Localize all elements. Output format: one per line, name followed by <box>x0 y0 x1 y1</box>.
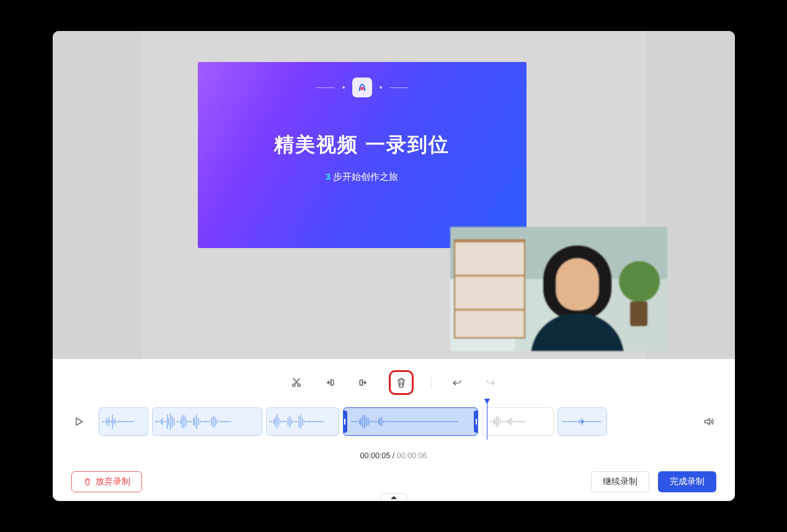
preview-area: 精美视频 一录到位 3步开始创作之旅 <box>53 31 735 359</box>
svg-rect-4 <box>360 380 362 385</box>
continue-label: 继续录制 <box>603 476 638 487</box>
volume-button[interactable] <box>701 414 716 429</box>
clip[interactable] <box>558 407 607 436</box>
footer-actions: 放弃录制 继续录制 完成录制 <box>71 471 716 492</box>
slide-step-number: 3 <box>326 171 331 182</box>
slide-logo-row <box>198 78 527 97</box>
trim-end-button[interactable] <box>355 375 371 391</box>
panel-drag-handle[interactable] <box>380 493 407 501</box>
undo-button[interactable] <box>449 375 465 391</box>
time-current: 00:00:05 <box>360 451 391 460</box>
slide-subtitle: 3步开始创作之旅 <box>198 171 527 183</box>
edit-toolbar <box>71 370 716 395</box>
discard-label: 放弃录制 <box>96 476 130 487</box>
continue-button[interactable]: 继续录制 <box>591 471 649 492</box>
preview-canvas: 精美视频 一录到位 3步开始创作之旅 <box>142 31 646 359</box>
time-display: 00:00:05 / 00:00:06 <box>71 451 716 460</box>
recorder-editor-window: 精美视频 一录到位 3步开始创作之旅 <box>53 31 735 501</box>
timeline-track[interactable] <box>99 407 689 436</box>
svg-rect-3 <box>331 380 334 385</box>
time-separator: / <box>390 451 396 460</box>
play-button[interactable] <box>71 414 86 429</box>
trim-start-button[interactable] <box>322 375 338 391</box>
editor-controls: 00:00:05 / 00:00:06 放弃录制 继续录制 完成录制 <box>53 359 735 501</box>
svg-point-0 <box>360 87 364 91</box>
recorded-slide: 精美视频 一录到位 3步开始创作之旅 <box>198 62 527 248</box>
cut-button[interactable] <box>288 375 305 391</box>
clip[interactable] <box>99 407 148 436</box>
webcam-overlay[interactable] <box>450 227 667 351</box>
discard-button[interactable]: 放弃录制 <box>71 471 142 492</box>
timeline-row <box>71 407 716 436</box>
redo-button <box>482 375 499 391</box>
time-total: 00:00:06 <box>397 451 427 460</box>
svg-point-5 <box>580 420 584 423</box>
toolbar-separator <box>431 377 432 388</box>
finish-button[interactable]: 完成录制 <box>658 471 716 492</box>
clip-selected[interactable] <box>343 407 478 436</box>
slide-subtitle-text: 步开始创作之旅 <box>333 171 398 182</box>
clip[interactable] <box>266 407 339 436</box>
finish-label: 完成录制 <box>670 476 705 487</box>
clip[interactable] <box>152 407 262 436</box>
trash-icon <box>83 477 92 486</box>
app-logo-icon <box>352 78 372 97</box>
delete-button[interactable] <box>389 370 414 395</box>
playhead[interactable] <box>487 400 487 440</box>
slide-title: 精美视频 一录到位 <box>198 131 527 159</box>
clip-empty[interactable] <box>482 407 554 436</box>
